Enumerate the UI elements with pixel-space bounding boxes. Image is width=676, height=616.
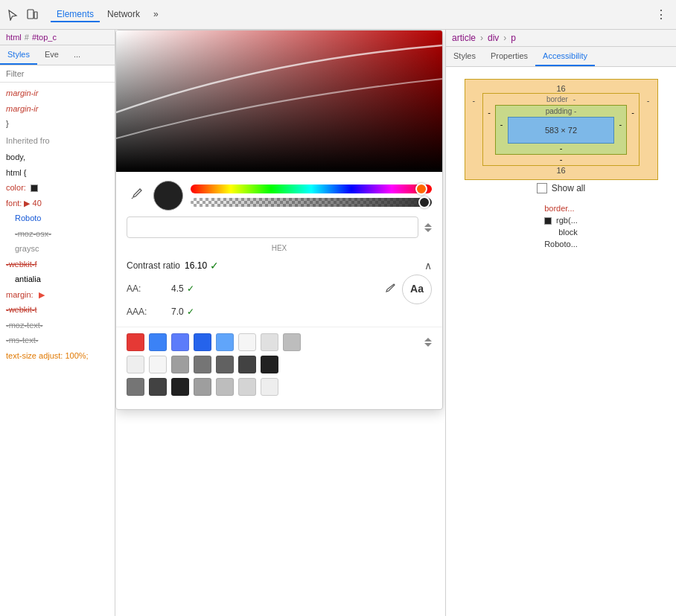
swatch-d3[interactable]	[171, 378, 189, 396]
breadcrumb-html[interactable]: html	[6, 33, 22, 42]
border-box: border - - padding - -	[482, 93, 640, 166]
swatch-d5[interactable]	[216, 378, 234, 396]
color-swatch-inline[interactable]	[31, 185, 38, 192]
swatch-light1[interactable]	[238, 333, 256, 351]
computed-val: block	[558, 228, 578, 237]
box-model-area: 16 - border - -	[446, 67, 676, 616]
wcag-aa-label: AA:	[127, 281, 171, 298]
swatch-d6[interactable]	[238, 378, 256, 396]
picker-controls	[116, 172, 442, 216]
rgb-swatch	[544, 217, 552, 225]
computed-row: rgb(...	[544, 214, 578, 226]
gradient-area[interactable]	[116, 31, 442, 172]
eyedropper-button[interactable]	[127, 185, 146, 207]
swatches-row-3	[127, 378, 432, 396]
swatch-blue3[interactable]	[194, 333, 211, 351]
swatch-g6[interactable]	[238, 356, 256, 373]
content-box: 583 × 72	[508, 117, 615, 144]
swatch-g1[interactable]	[127, 356, 144, 373]
panel-tabs: Styles Eve ...	[0, 45, 115, 65]
wcag-aaa-label: AAA:	[127, 304, 171, 321]
contrast-check-icon: ✓	[210, 260, 219, 272]
alpha-handle	[418, 196, 430, 208]
contrast-collapse-icon[interactable]: ∧	[424, 260, 432, 272]
gradient-canvas	[116, 31, 442, 172]
wcag-aa-value: 4.5	[171, 281, 184, 298]
tab-network[interactable]: Network	[101, 7, 146, 22]
breadcrumb-article[interactable]: article	[452, 33, 476, 43]
computed-list: border... rgb(... block	[538, 199, 584, 604]
pick-background-button[interactable]	[384, 283, 396, 297]
swatch-blue2[interactable]	[171, 333, 189, 351]
swatches-scroll-arrows[interactable]	[424, 338, 432, 347]
breadcrumb-id[interactable]: #top_c	[32, 33, 57, 42]
swatches-down-arrow[interactable]	[424, 343, 432, 347]
border-left: -	[483, 105, 495, 155]
breadcrumb-p[interactable]: p	[511, 33, 516, 43]
margin-bottom-val: 16	[465, 166, 657, 176]
wcag-aa-row: AA: 4.5 ✓ Aa	[127, 275, 432, 304]
swatch-light2[interactable]	[261, 333, 278, 351]
show-all-label: Show all	[552, 183, 585, 193]
toolbar-tabs: Elements Network »	[51, 7, 646, 22]
filter-input[interactable]	[6, 69, 109, 78]
right-panel: article › div › p Styles Properties Acce…	[445, 30, 676, 616]
wcag-rows: AA: 4.5 ✓ Aa	[127, 275, 432, 321]
tab-elements[interactable]: Elements	[51, 7, 100, 22]
swatch-g2[interactable]	[149, 356, 167, 373]
swatch-d4[interactable]	[194, 378, 211, 396]
swatch-g7[interactable]	[261, 356, 278, 373]
swatches-up-arrow[interactable]	[424, 338, 432, 341]
right-tab-properties[interactable]: Properties	[483, 47, 535, 66]
margin-left-val: -	[465, 93, 483, 166]
wcag-aaa-check: ✓	[187, 304, 194, 321]
hex-arrows[interactable]	[424, 223, 432, 232]
content-size: 583 × 72	[545, 126, 577, 135]
swatch-blue4[interactable]	[216, 333, 234, 351]
css-prop: margin-ir	[6, 104, 38, 113]
wcag-preview[interactable]: Aa	[402, 275, 432, 304]
right-tab-styles[interactable]: Styles	[446, 47, 483, 66]
devtools-root: Elements Network » ⋮ html # #top_c Style…	[0, 0, 676, 616]
swatch-d1[interactable]	[127, 378, 144, 396]
device-icon[interactable]	[25, 8, 39, 22]
wcag-actions: Aa	[384, 275, 432, 304]
css-rule: margin-ir	[0, 101, 115, 117]
cursor-icon[interactable]	[6, 8, 19, 22]
hue-slider[interactable]	[191, 185, 432, 193]
tab-more[interactable]: »	[147, 7, 165, 22]
swatch-g3[interactable]	[171, 356, 189, 373]
computed-val: Roboto...	[544, 240, 578, 248]
sliders-column	[191, 185, 432, 207]
swatch-red[interactable]	[127, 333, 144, 351]
tab-event-listeners[interactable]: Eve	[37, 45, 66, 65]
hex-up-arrow[interactable]	[424, 223, 432, 227]
breadcrumb-div[interactable]: div	[488, 33, 499, 43]
alpha-slider[interactable]	[191, 198, 432, 207]
padding-box: padding - - 583 × 72 -	[495, 105, 627, 155]
padding-left: -	[496, 117, 508, 144]
swatch-blue1[interactable]	[149, 333, 167, 351]
tab-ellipsis[interactable]: ...	[66, 45, 88, 65]
devtools-options-icon[interactable]: ⋮	[652, 7, 670, 22]
hue-handle	[415, 183, 427, 195]
computed-row: Roboto...	[544, 238, 578, 250]
hex-down-arrow[interactable]	[424, 228, 432, 232]
hex-input[interactable]: #212121	[135, 222, 410, 233]
swatch-g5[interactable]	[216, 356, 234, 373]
swatch-light3[interactable]	[283, 333, 301, 351]
box-model: 16 - border - -	[465, 79, 658, 180]
border-label: border -	[483, 94, 639, 105]
border-middle-row: - padding - - 583 × 72	[483, 105, 639, 155]
show-all-checkbox[interactable]	[537, 183, 547, 193]
computed-prop: border...	[544, 204, 574, 213]
show-all-row: Show all	[528, 180, 594, 199]
right-tab-accessibility[interactable]: Accessibility	[535, 47, 595, 66]
swatch-d7[interactable]	[261, 378, 278, 396]
computed-prop	[544, 216, 554, 225]
swatch-d2[interactable]	[149, 378, 167, 396]
current-color-swatch	[153, 181, 183, 211]
tab-styles[interactable]: Styles	[0, 45, 37, 65]
computed-row: border...	[544, 202, 578, 214]
swatch-g4[interactable]	[194, 356, 211, 373]
